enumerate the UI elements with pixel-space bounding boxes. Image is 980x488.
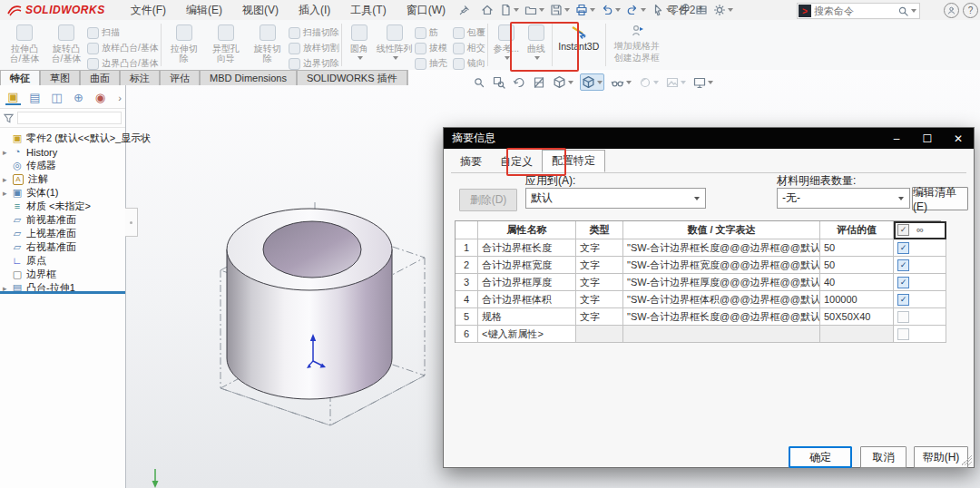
pin-icon[interactable] [458,5,470,16]
draft-button[interactable]: 拔模 [415,42,447,54]
property-type-cell[interactable]: 文字 [576,257,623,274]
dropdown-caret[interactable] [393,56,398,60]
command-search[interactable]: > [797,3,920,19]
curves-button[interactable]: 曲线 [523,23,550,60]
document-tab[interactable]: 标注 [120,70,160,85]
property-type-cell[interactable]: 文字 [576,308,623,326]
row-checkbox[interactable]: ✓ [897,328,909,340]
tree-filter-input[interactable] [17,112,122,124]
help-button[interactable]: ? [963,3,978,18]
account-button[interactable] [944,3,959,18]
search-scope-caret[interactable] [911,9,916,13]
tree-item-sensors[interactable]: ◎传感器 [0,159,125,172]
extruded-cut-button[interactable]: 拉伸切除 [163,23,205,63]
tree-item-material[interactable]: ≡材质 <未指定> [0,200,125,213]
bom-quantity-combo[interactable]: -无- [777,188,910,209]
zoom-to-area-button[interactable] [492,75,506,90]
tab-configuration-manager[interactable]: ◫ [49,91,64,104]
dialog-resize-grip[interactable] [961,454,972,465]
maximize-button[interactable]: ☐ [912,128,943,149]
property-table-row[interactable]: 1 合计边界框长度 文字 "SW-合计边界框长度@@@边界框@@默认@零 50 … [456,239,941,257]
ok-button[interactable]: 确定 [789,446,852,468]
tree-item-origin[interactable]: ∟原点 [0,254,125,268]
search-icon[interactable] [897,5,909,17]
dropdown-caret[interactable] [615,8,621,12]
tab-property-manager[interactable]: ▤ [27,91,43,104]
tree-item-front-plane[interactable]: ▱前视基准面 [0,213,125,227]
property-type-cell[interactable] [576,326,623,343]
row-checkbox[interactable]: ✓ [897,277,909,288]
property-name-cell[interactable]: 规格 [478,308,576,326]
document-tab[interactable]: 草图 [40,70,80,85]
property-type-cell[interactable]: 文字 [576,291,623,308]
dropdown-caret[interactable] [708,81,713,84]
row-checkbox[interactable]: ✓ [897,242,909,254]
wrap-button[interactable]: 包覆 [453,26,485,39]
header-type[interactable]: 类型 [576,221,623,239]
document-tab[interactable]: MBD Dimensions [200,70,297,85]
zoom-to-fit-button[interactable] [472,75,486,90]
property-expression-cell[interactable]: "SW-合计边界框长度@@@边界框@@默认@零 [623,308,820,326]
property-table-row[interactable]: 2 合计边界框宽度 文字 "SW-合计边界框宽度@@@边界框@@默认@零 50 … [456,257,941,274]
property-name-cell[interactable]: 合计边界框长度 [478,239,576,257]
dropdown-caret[interactable] [597,81,603,84]
apply-scene-button[interactable] [665,75,687,90]
dropdown-caret[interactable] [590,8,595,12]
property-expression-cell[interactable]: "SW-合计边界框体积@@@边界框@@默认@零 [623,291,820,308]
property-expression-cell[interactable] [623,326,820,343]
extruded-boss-button[interactable]: 拉伸凸台/基体 [4,23,45,63]
search-input[interactable] [812,5,897,17]
property-table-row[interactable]: 3 合计边界框厚度 文字 "SW-合计边界框厚度@@@边界框@@默认@零 40 … [456,274,941,291]
previous-view-button[interactable] [512,75,526,90]
rollback-bar[interactable] [0,291,125,294]
menu-item[interactable]: 文件(F) [122,1,175,20]
view-orientation-button[interactable] [552,74,574,90]
cancel-button[interactable]: 取消 [860,446,906,468]
mirror-button[interactable]: 镜向 [453,57,485,70]
boundary-boss-button[interactable]: 边界凸台/基体 [87,57,159,70]
dropdown-caret[interactable] [534,56,540,60]
swept-boss-button[interactable]: 扫描 [87,26,159,39]
tab-display-manager[interactable]: ◉ [93,91,108,104]
intersect-button[interactable]: 相交 [453,42,485,54]
undo-button[interactable] [599,3,622,17]
document-tab[interactable]: 评估 [160,70,200,85]
tab-custom[interactable]: 自定义 [491,151,542,172]
row-checkbox-cell[interactable]: ✓ [894,274,946,291]
reference-geometry-button[interactable]: 参考... [490,23,523,60]
tab-configuration-specific[interactable]: 配置特定 [542,150,605,172]
document-tab[interactable]: 曲面 [80,70,120,85]
document-tab[interactable]: SOLIDWORKS 插件 [297,70,407,85]
menu-item[interactable]: 窗口(W) [397,1,455,20]
swept-cut-button[interactable]: 扫描切除 [289,26,339,39]
tree-item-bounding-box[interactable]: ▢边界框 [0,268,125,281]
header-property-name[interactable]: 属性名称 [478,221,576,239]
tree-item-annotations[interactable]: ▸A注解 [0,172,125,186]
property-expression-cell[interactable]: "SW-合计边界框厚度@@@边界框@@默认@零 [623,274,820,291]
instant3d-button[interactable]: Instant3D [554,23,603,52]
tab-summary[interactable]: 摘要 [451,151,491,172]
panel-tabs-overflow-chevron[interactable]: › [118,93,122,103]
header-expression[interactable]: 数值 / 文字表达 [623,221,820,239]
menu-item[interactable]: 编辑(E) [177,1,231,20]
dropdown-caret[interactable] [564,8,570,12]
dropdown-caret[interactable] [681,81,686,84]
shell-button[interactable]: 抽壳 [415,57,447,70]
property-type-cell[interactable]: 文字 [576,274,623,291]
row-checkbox[interactable]: ✓ [897,311,909,323]
tree-item-part-root[interactable]: ▣零件2 (默认<<默认>_显示状 [0,132,125,145]
property-table-row[interactable]: 5 规格 文字 "SW-合计边界框长度@@@边界框@@默认@零 50X50X40… [456,308,941,326]
expand-caret-icon[interactable]: ▸ [3,148,11,157]
property-table-row[interactable]: 4 合计边界框体积 文字 "SW-合计边界框体积@@@边界框@@默认@零 100… [456,291,941,308]
close-button[interactable]: ✕ [943,128,974,149]
dropdown-caret[interactable] [539,8,544,12]
delete-button[interactable]: 删除(D) [459,189,517,211]
hole-wizard-button[interactable]: 异型孔向导 [205,23,247,63]
lofted-boss-button[interactable]: 放样凸台/基体 [87,42,159,54]
document-tab[interactable]: 特征 [0,70,40,85]
fillet-button[interactable]: 圆角 [344,23,375,60]
dropdown-caret[interactable] [568,81,573,84]
row-checkbox-cell[interactable]: ✓ [894,308,946,326]
linear-pattern-button[interactable]: 线性阵列 [375,23,415,60]
edit-appearance-button[interactable] [638,75,660,90]
